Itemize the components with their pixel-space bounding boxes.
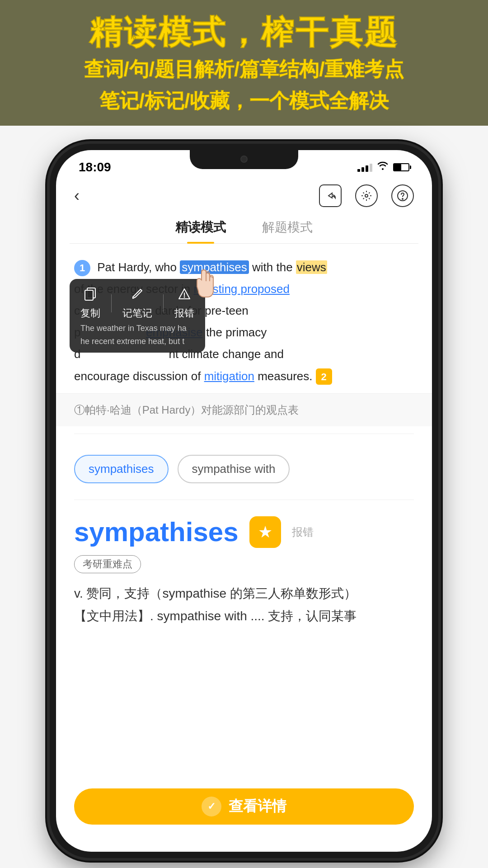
status-time: 18:09 — [79, 160, 111, 175]
check-icon: ✓ — [202, 797, 221, 816]
notch — [190, 150, 298, 169]
menu-copy[interactable]: 复制 — [80, 287, 100, 320]
copy-icon — [84, 287, 97, 304]
wifi-icon — [377, 161, 389, 173]
note-icon — [131, 287, 144, 304]
tab-jieti[interactable]: 解题模式 — [262, 219, 313, 243]
word-chips: sympathises sympathise with — [56, 441, 432, 492]
menu-copy-label: 复制 — [80, 307, 100, 320]
menu-note-label: 记笔记 — [122, 307, 152, 320]
menu-items-row: 复制 记笔记 — [80, 287, 194, 320]
menu-report-label: 报错 — [174, 307, 194, 320]
word-usage-text: 【文中用法】. sympathise with .... 支持，认同某事 — [74, 609, 357, 623]
battery-icon — [393, 163, 409, 171]
app-header: ‹ — [56, 177, 432, 214]
word-main-row: sympathises ★ 报错 — [74, 516, 414, 548]
help-button[interactable] — [391, 184, 414, 207]
tab-jingdu[interactable]: 精读模式 — [175, 219, 226, 243]
menu-divider-2 — [163, 294, 164, 312]
word-meaning-text: 赞同，支持（sympathise 的第三人称单数形式） — [86, 586, 356, 600]
signal-icon — [357, 163, 372, 172]
banner-sub2: 笔记/标记/收藏，一个模式全解决 — [9, 87, 479, 115]
banner-title: 精读模式，榨干真题 — [9, 13, 479, 52]
word-tag: 考研重难点 — [74, 555, 141, 573]
phone-frame: 18:09 — [50, 144, 438, 858]
view-detail-button[interactable]: ✓ 查看详情 — [74, 788, 414, 825]
view-detail-label: 查看详情 — [229, 797, 286, 816]
svg-rect-4 — [85, 290, 93, 300]
divider-2 — [74, 500, 414, 500]
word-pos: v. — [74, 586, 83, 600]
svg-point-0 — [365, 194, 368, 197]
tab-bar: 精读模式 解题模式 — [70, 214, 418, 244]
link-mitigation[interactable]: mitigation — [204, 369, 254, 383]
passage-num-1: 1 — [74, 260, 90, 276]
camera — [240, 156, 248, 163]
chip-sympathise-with[interactable]: sympathise with — [178, 455, 290, 483]
report-button[interactable]: 报错 — [292, 525, 314, 539]
share-button[interactable] — [319, 184, 342, 207]
word-title: sympathises — [74, 516, 239, 547]
content-area: 1 Pat Hardy, who sympathises with the vi… — [56, 244, 432, 386]
header-actions — [319, 184, 414, 207]
translation-text: ①帕特·哈迪（Pat Hardy）对能源部门的观点表 — [74, 404, 299, 416]
banner-sub1: 查词/句/题目解析/篇章结构/重难考点 — [9, 55, 479, 83]
svg-point-2 — [402, 198, 403, 199]
word-definition-area: sympathises ★ 报错 考研重难点 v. 赞同，支持（sympathi… — [56, 507, 432, 637]
status-icons — [357, 161, 409, 173]
hand-cursor-icon — [183, 262, 223, 302]
word-highlight-views[interactable]: views — [296, 260, 327, 274]
chip-sympathises[interactable]: sympathises — [74, 455, 169, 483]
settings-button[interactable] — [355, 184, 378, 207]
menu-tooltip2: he recent extreme heat, but t — [80, 337, 194, 346]
phone-screen: 18:09 — [56, 150, 432, 852]
word-meaning: v. 赞同，支持（sympathise 的第三人称单数形式） 【文中用法】. s… — [74, 582, 414, 628]
back-button[interactable]: ‹ — [74, 186, 80, 205]
phone-wrapper: 18:09 — [0, 144, 488, 858]
menu-tooltip: The weather in Texas may ha — [80, 324, 194, 333]
star-button[interactable]: ★ — [249, 516, 281, 548]
translation-bar: ①帕特·哈迪（Pat Hardy）对能源部门的观点表 — [56, 393, 432, 426]
menu-note[interactable]: 记笔记 — [122, 287, 152, 320]
menu-divider-1 — [111, 294, 112, 312]
divider-1 — [74, 434, 414, 434]
passage-num-2: 2 — [316, 368, 332, 385]
bottom-button-area: ✓ 查看详情 — [56, 779, 432, 838]
top-banner: 精读模式，榨干真题 查词/句/题目解析/篇章结构/重难考点 笔记/标记/收藏，一… — [0, 0, 488, 126]
